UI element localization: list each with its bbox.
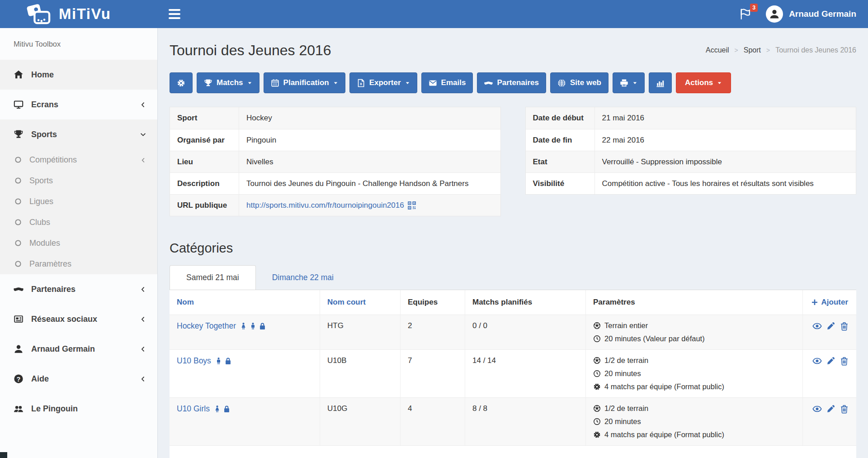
breadcrumb-separator: > <box>735 47 738 54</box>
eye-icon[interactable] <box>812 404 822 414</box>
handshake-icon <box>484 79 493 87</box>
lock-icon <box>223 405 231 413</box>
lock-icon <box>259 322 266 330</box>
soccer-ball-icon <box>593 405 601 412</box>
param-terrain: Terrain entier <box>593 321 797 330</box>
trash-icon[interactable] <box>840 404 849 414</box>
circle-icon <box>14 177 22 184</box>
notifications-flag-button[interactable]: 3 <box>740 8 752 20</box>
planification-dropdown-button[interactable]: Planification <box>264 72 345 93</box>
chevron-down-icon <box>140 131 146 138</box>
caret-down-icon <box>405 81 410 86</box>
eye-icon[interactable] <box>812 321 822 331</box>
chevron-left-icon <box>140 316 146 323</box>
sidebar-item-reseaux-sociaux[interactable]: Réseaux sociaux <box>0 304 157 334</box>
sidebar-toggle-hamburger-icon[interactable] <box>169 9 180 19</box>
print-dropdown-button[interactable] <box>613 72 645 93</box>
chevron-left-icon <box>140 101 146 108</box>
sidebar-item-sports[interactable]: Sports <box>0 119 157 149</box>
sidebar-subitem-competitions[interactable]: Compétitions <box>0 149 157 170</box>
gear-icon <box>177 79 185 87</box>
detail-row-organise-par: Organisé par Pingouin <box>170 129 500 151</box>
pencil-icon[interactable] <box>826 356 835 366</box>
matchs-planifies-header: Matchs planifiés <box>472 298 532 307</box>
file-excel-icon <box>357 79 365 87</box>
lock-icon <box>224 357 232 365</box>
pencil-icon[interactable] <box>826 321 835 331</box>
tab-dimanche-22-mai[interactable]: Dimanche 22 mai <box>256 265 350 290</box>
sidebar-item-home[interactable]: Home <box>0 60 157 90</box>
tournament-details: Sport Hockey Organisé par Pingouin Lieu … <box>170 107 856 216</box>
sidebar-item-ecrans[interactable]: Ecrans <box>0 90 157 119</box>
detail-row-date-debut: Date de début 21 mai 2016 <box>526 107 856 129</box>
trophy-icon <box>14 129 24 139</box>
sidebar-subitem-modules[interactable]: Modules <box>0 233 157 253</box>
categories-table-header: Nom Nom court Equipes Matchs planifiés P… <box>170 290 856 315</box>
sidebar-item-arnaud-germain[interactable]: Arnaud Germain <box>0 334 157 364</box>
partenaires-button[interactable]: Partenaires <box>477 72 546 93</box>
main-content: Tournoi des Jeunes 2016 Accueil > Sport … <box>158 28 868 458</box>
breadcrumb-current: Tournoi des Jeunes 2016 <box>775 46 856 54</box>
plus-icon <box>811 299 818 306</box>
sidebar-item-aide[interactable]: Aide <box>0 364 157 394</box>
gear-icon <box>593 383 601 391</box>
clock-icon <box>593 335 601 343</box>
sidebar-subitem-sports[interactable]: Sports <box>0 170 157 191</box>
param-terrain: 1/2 de terrain <box>593 404 797 413</box>
page-title: Tournoi des Jeunes 2016 <box>170 42 331 59</box>
settings-button[interactable] <box>170 72 193 93</box>
soccer-ball-icon <box>593 322 601 329</box>
clock-icon <box>593 370 601 377</box>
parametres-header: Paramètres <box>593 298 635 307</box>
circle-icon <box>14 260 22 267</box>
circle-icon <box>14 239 22 247</box>
sort-nom-court-header[interactable]: Nom court <box>327 298 366 307</box>
details-table-right: Date de début 21 mai 2016 Date de fin 22… <box>525 107 857 195</box>
detail-row-url-publique: URL publique http://sports.mitivu.com/fr… <box>170 194 500 216</box>
sort-nom-header[interactable]: Nom <box>177 298 194 307</box>
category-row-u10-girls: U10 Girls U10G 4 8 / 8 1/2 de terrain 20… <box>170 397 856 445</box>
pencil-icon[interactable] <box>826 404 835 414</box>
avatar <box>766 5 783 23</box>
day-tabs: Samedi 21 mai Dimanche 22 mai <box>170 265 856 290</box>
brand[interactable]: MiTiVu <box>0 3 158 25</box>
sidebar-header: Mitivu Toolbox <box>0 28 157 60</box>
category-link-u10-boys[interactable]: U10 Boys <box>177 356 211 366</box>
sidebar-subitem-parametres[interactable]: Paramètres <box>0 253 157 274</box>
statistics-button[interactable] <box>649 72 672 93</box>
trash-icon[interactable] <box>840 356 849 366</box>
handshake-icon <box>14 284 24 294</box>
caret-down-icon <box>632 81 637 86</box>
bar-chart-icon <box>656 79 665 87</box>
gear-icon <box>593 431 601 439</box>
sidebar-item-partenaires[interactable]: Partenaires <box>0 274 157 304</box>
breadcrumb-sport[interactable]: Sport <box>744 46 761 54</box>
sidebar-subitem-ligues[interactable]: Ligues <box>0 191 157 212</box>
user-icon <box>14 344 24 354</box>
globe-icon <box>557 79 566 87</box>
category-link-u10-girls[interactable]: U10 Girls <box>177 404 210 414</box>
exporter-dropdown-button[interactable]: Exporter <box>349 72 417 93</box>
site-web-button[interactable]: Site web <box>550 72 609 93</box>
tab-samedi-21-mai[interactable]: Samedi 21 mai <box>170 265 256 290</box>
param-duree: 20 minutes <box>593 369 797 378</box>
breadcrumb-accueil[interactable]: Accueil <box>706 46 729 54</box>
sidebar-subitem-clubs[interactable]: Clubs <box>0 212 157 233</box>
add-category-button[interactable]: Ajouter <box>811 298 851 307</box>
sidebar-item-le-pingouin[interactable]: Le Pingouin <box>0 394 157 424</box>
detail-row-lieu: Lieu Nivelles <box>170 151 500 172</box>
circle-icon <box>14 156 22 163</box>
public-url-link[interactable]: http://sports.mitivu.com/fr/tournoipingo… <box>246 201 404 210</box>
emails-button[interactable]: Emails <box>421 72 473 93</box>
param-duree: 20 minutes <box>593 417 797 426</box>
qr-code-icon[interactable] <box>407 201 416 210</box>
matchs-dropdown-button[interactable]: Matchs <box>197 72 259 93</box>
trash-icon[interactable] <box>840 321 849 331</box>
actions-dropdown-button[interactable]: Actions <box>676 72 731 93</box>
category-link-hockey-together[interactable]: Hockey Together <box>177 321 236 331</box>
trophy-icon <box>204 79 212 87</box>
question-circle-icon <box>14 374 24 384</box>
sidebar: Mitivu Toolbox Home Ecrans Sports Compét… <box>0 28 158 458</box>
eye-icon[interactable] <box>812 356 822 366</box>
user-menu[interactable]: Arnaud Germain <box>766 5 856 23</box>
